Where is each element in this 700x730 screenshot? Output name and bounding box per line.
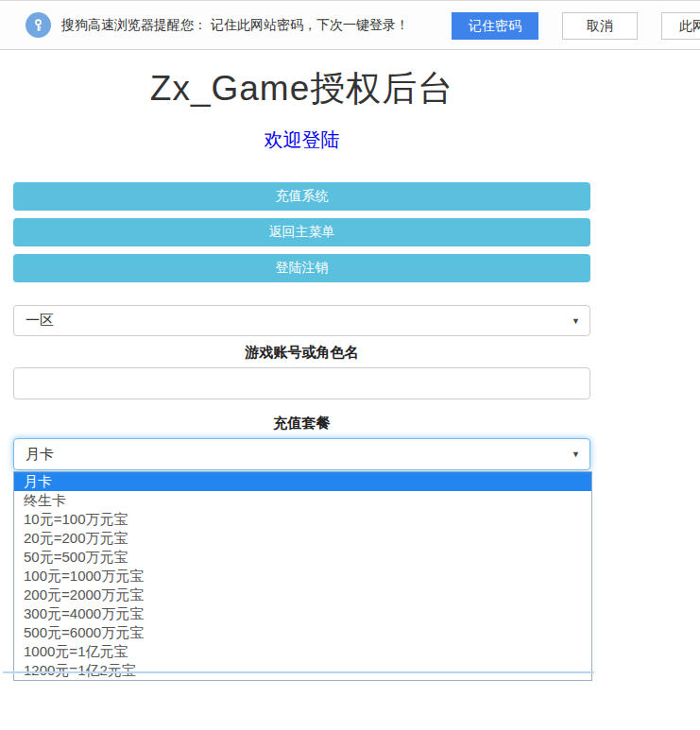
- package-option[interactable]: 50元=500万元宝: [14, 548, 591, 567]
- package-option[interactable]: 1000元=1亿元宝: [14, 642, 591, 661]
- account-input[interactable]: [13, 367, 590, 399]
- chevron-down-icon: ▼: [572, 450, 580, 459]
- account-label: 游戏账号或角色名: [13, 344, 590, 362]
- menu-button[interactable]: 返回主菜单: [13, 218, 590, 246]
- never-for-site-button[interactable]: 此网: [661, 12, 700, 40]
- package-option[interactable]: 10元=100万元宝: [14, 510, 591, 529]
- menu-button[interactable]: 充值系统: [13, 182, 590, 211]
- package-label: 充值套餐: [13, 415, 590, 433]
- package-options-dropdown: 月卡终生卡10元=100万元宝20元=200万元宝50元=500万元宝100元=…: [13, 471, 592, 681]
- package-option[interactable]: 300元=4000万元宝: [14, 604, 591, 623]
- package-select-value: 月卡: [26, 446, 54, 464]
- browser-notification-bar: 搜狗高速浏览器提醒您： 记住此网站密码，下次一键登录！ 记住密码 取消 此网: [0, 0, 700, 50]
- divider-line: [3, 671, 594, 673]
- package-option[interactable]: 终生卡: [14, 491, 591, 510]
- chevron-down-icon: ▼: [572, 316, 580, 326]
- welcome-login-link[interactable]: 欢迎登陆: [13, 127, 590, 153]
- cancel-button[interactable]: 取消: [562, 12, 638, 40]
- page-title: Zx_Game授权后台: [13, 68, 590, 110]
- package-option[interactable]: 1200元=1亿2元宝: [14, 661, 591, 680]
- menu-buttons: 充值系统返回主菜单登陆注销: [13, 182, 590, 282]
- menu-button[interactable]: 登陆注销: [13, 254, 590, 282]
- main-content: Zx_Game授权后台 欢迎登陆 充值系统返回主菜单登陆注销 一区 ▼ 游戏账号…: [13, 68, 590, 681]
- key-icon: [26, 12, 51, 38]
- remember-password-button[interactable]: 记住密码: [452, 12, 538, 40]
- zone-select-value: 一区: [26, 312, 54, 330]
- package-option[interactable]: 200元=2000万元宝: [14, 586, 591, 604]
- password-save-message: 搜狗高速浏览器提醒您： 记住此网站密码，下次一键登录！: [61, 17, 409, 34]
- package-select[interactable]: 月卡 ▼: [13, 438, 590, 470]
- package-option[interactable]: 20元=200万元宝: [14, 529, 591, 548]
- zone-select[interactable]: 一区 ▼: [13, 305, 590, 336]
- package-option[interactable]: 100元=1000万元宝: [14, 567, 591, 586]
- package-option[interactable]: 500元=6000万元宝: [14, 623, 591, 642]
- package-option[interactable]: 月卡: [14, 472, 591, 491]
